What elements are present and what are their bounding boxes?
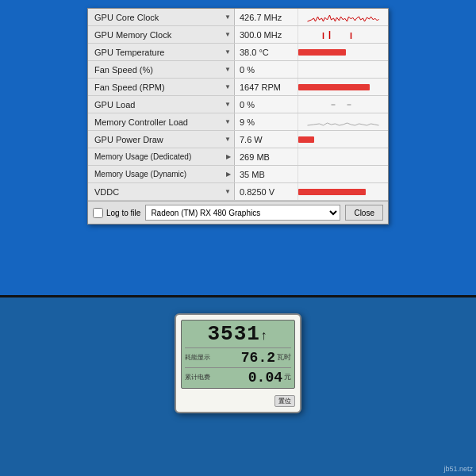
row-label-mem-ctrl-load: Memory Controller Load ▼	[88, 113, 235, 130]
monitor-screen: GPU Core Clock ▼ 426.7 MHz GPU Memory Cl…	[0, 0, 476, 301]
close-button[interactable]: Close	[345, 205, 383, 221]
dropdown-arrow[interactable]: ▼	[225, 118, 231, 125]
table-row: GPU Load ▼ 0 %	[88, 96, 388, 113]
dropdown-arrow[interactable]: ▼	[225, 31, 231, 38]
gpuz-panel: GPU Core Clock ▼ 426.7 MHz GPU Memory Cl…	[87, 8, 389, 225]
watermark: jb51.netz	[443, 465, 473, 473]
row-label-gpu-power: GPU Power Draw ▼	[88, 131, 235, 148]
table-row: Memory Usage (Dedicated) ▶ 269 MB	[88, 148, 388, 166]
row-value-gpu-load: 0 %	[235, 96, 298, 113]
dropdown-arrow[interactable]: ▼	[225, 13, 231, 21]
row-label-gpu-temp: GPU Temperature ▼	[88, 44, 235, 60]
dropdown-arrow[interactable]: ▼	[225, 83, 231, 90]
dropdown-arrow[interactable]: ▶	[226, 153, 231, 160]
meter-label-2: 累计电费	[185, 373, 225, 382]
temp-bar	[298, 49, 346, 56]
row-value-gpu-core-clock: 426.7 MHz	[235, 9, 298, 25]
dropdown-arrow[interactable]: ▼	[225, 48, 231, 56]
table-row: GPU Memory Clock ▼ 300.0 MHz	[88, 26, 388, 44]
power-bar	[298, 136, 314, 143]
meter-value-2: 0.04	[225, 370, 282, 386]
vddc-bar	[298, 189, 366, 195]
row-label-vddc: VDDC ▼	[88, 183, 235, 200]
dropdown-arrow[interactable]: ▶	[226, 171, 231, 178]
row-value-mem-ctrl-load: 9 %	[235, 113, 298, 130]
row-label-mem-dynamic: Memory Usage (Dynamic) ▶	[88, 166, 235, 182]
table-row: Memory Controller Load ▼ 9 %	[88, 113, 388, 131]
row-value-vddc: 0.8250 V	[235, 183, 298, 200]
meter-main-value: 3531↑	[185, 323, 291, 346]
meter-unit-2: 元	[284, 372, 291, 382]
row-graph-mem-dynamic	[298, 166, 388, 182]
meter-display: 3531↑ 耗能显示 76.2 瓦时 累计电费 0.04 元	[181, 320, 295, 389]
row-graph-gpu-power	[298, 131, 388, 148]
row-graph-mem-ctrl-load	[298, 113, 388, 130]
row-graph-gpu-temp	[298, 44, 388, 60]
row-graph-fan-pct	[298, 61, 388, 78]
row-graph-mem-dedicated	[298, 148, 388, 165]
fan-rpm-bar	[298, 84, 370, 90]
log-label: Log to file	[106, 209, 140, 217]
meter-unit-1: 瓦时	[277, 352, 291, 363]
row-label-fan-rpm: Fan Speed (RPM) ▼	[88, 79, 235, 95]
row-value-gpu-mem-clock: 300.0 MHz	[235, 26, 298, 43]
row-label-gpu-core-clock: GPU Core Clock ▼	[88, 9, 235, 25]
table-row: Fan Speed (%) ▼ 0 %	[88, 61, 388, 79]
row-value-fan-pct: 0 %	[235, 61, 298, 78]
row-graph-gpu-mem-clock	[298, 26, 388, 43]
dropdown-arrow[interactable]: ▼	[225, 66, 231, 73]
row-value-fan-rpm: 1647 RPM	[235, 79, 298, 95]
row-label-gpu-load: GPU Load ▼	[88, 96, 235, 113]
row-graph-gpu-core-clock	[298, 9, 388, 25]
table-row: GPU Temperature ▼ 38.0 °C	[88, 44, 388, 61]
dropdown-arrow[interactable]: ▼	[225, 101, 231, 108]
row-label-gpu-mem-clock: GPU Memory Clock ▼	[88, 26, 235, 43]
row-value-gpu-temp: 38.0 °C	[235, 44, 298, 60]
meter-row-2: 累计电费 0.04 元	[185, 370, 291, 386]
row-label-fan-pct: Fan Speed (%) ▼	[88, 61, 235, 78]
log-checkbox[interactable]	[93, 208, 103, 218]
table-row: GPU Power Draw ▼ 7.6 W	[88, 131, 388, 148]
table-row: GPU Core Clock ▼ 426.7 MHz	[88, 9, 388, 26]
gpu-select-dropdown[interactable]: Radeon (TM) RX 480 Graphics	[145, 205, 340, 221]
row-graph-gpu-load	[298, 96, 388, 113]
meter-value-1: 76.2	[225, 350, 275, 366]
bottom-area: 3531↑ 耗能显示 76.2 瓦时 累计电费 0.04 元	[0, 298, 476, 476]
dropdown-arrow[interactable]: ▼	[225, 188, 231, 195]
table-row: Fan Speed (RPM) ▼ 1647 RPM	[88, 79, 388, 96]
row-graph-fan-rpm	[298, 79, 388, 95]
meter-row-1: 耗能显示 76.2 瓦时	[185, 350, 291, 366]
table-row: VDDC ▼ 0.8250 V	[88, 183, 388, 201]
meter-label-1: 耗能显示	[185, 354, 225, 362]
power-meter-device: 3531↑ 耗能显示 76.2 瓦时 累计电费 0.04 元	[175, 313, 301, 413]
table-row: Memory Usage (Dynamic) ▶ 35 MB	[88, 166, 388, 183]
row-value-gpu-power: 7.6 W	[235, 131, 298, 148]
log-checkbox-area: Log to file	[93, 208, 140, 218]
gpuz-footer: Log to file Radeon (TM) RX 480 Graphics …	[88, 201, 388, 224]
dropdown-arrow[interactable]: ▼	[225, 136, 231, 143]
row-value-mem-dedicated: 269 MB	[235, 148, 298, 165]
row-label-mem-dedicated: Memory Usage (Dedicated) ▶	[88, 148, 235, 165]
set-button[interactable]: 置位	[274, 395, 295, 407]
row-graph-vddc	[298, 183, 388, 200]
row-value-mem-dynamic: 35 MB	[235, 166, 298, 182]
